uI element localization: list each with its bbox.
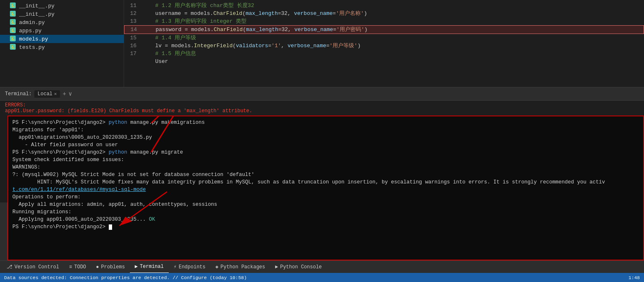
terminal-local-tab[interactable]: Local ✕ (34, 90, 60, 98)
status-bar: Data sources detected: Connection proper… (0, 273, 644, 282)
tab-label: Python Console (280, 264, 322, 270)
terminal-line: Operations to perform: (12, 193, 639, 201)
tab-label: Endpoints (179, 264, 206, 270)
line-number (124, 58, 141, 65)
code-line: 17 # 1.5 用户信息 (124, 50, 644, 58)
error-title: ERRORS: (5, 102, 639, 108)
terminal-line: System check identified some issues: (12, 156, 639, 164)
sidebar-file-item[interactable]: 🐍__init__.py (0, 2, 124, 10)
terminal-header: Terminal: Local ✕ + ∨ (0, 87, 644, 100)
tab-label: Python Packages (220, 264, 265, 270)
python-file-icon: 🐍 (10, 2, 17, 9)
terminal-tab-name: Local (38, 91, 53, 97)
line-number: 16 (124, 42, 141, 50)
code-line: 12 username = models.CharField(max_lengt… (124, 10, 644, 17)
line-content: # 1.4 用户等级 (141, 34, 644, 42)
bottom-tab-problems[interactable]: ●Problems (91, 261, 130, 273)
tab-label: Terminal (140, 264, 164, 270)
error-area: ERRORS: app01.User.password: (fields.E12… (0, 100, 644, 116)
terminal-line: Applying app01.0005_auto_20220303_1235..… (12, 216, 639, 223)
line-content: username = models.CharField(max_length=3… (141, 10, 644, 17)
sidebar-file-item[interactable]: 🐍tests.py (0, 43, 124, 51)
terminal-line: HINT: MySQL's Strict Mode fixes many dat… (12, 178, 639, 186)
line-content: password = models.CharField(max_length=3… (141, 26, 644, 34)
terminal-lines: PS F:\synchro\Project\django2> python ma… (12, 119, 639, 231)
terminal-line: PS F:\synchro\Project\django2> python ma… (12, 119, 639, 126)
terminal-output[interactable]: PS F:\synchro\Project\django2> python ma… (7, 116, 644, 260)
tab-label: TODO (74, 264, 86, 270)
main-container: 🐍__init__.py🐍__init__.py🐍admin.py🐍apps.p… (0, 0, 644, 282)
terminal-line: PS F:\synchro\Project\django2> python ma… (12, 149, 639, 156)
bottom-tab-python-packages[interactable]: ◈Python Packages (211, 261, 270, 273)
code-line: 13 # 1.3 用户密码字段 integer 类型 (124, 17, 644, 25)
line-number: 12 (124, 10, 141, 17)
terminal-line: PS F:\synchro\Project\django2> (12, 223, 639, 231)
line-content: lv = models.IntegerField(validators='1',… (141, 42, 644, 50)
top-area: 🐍__init__.py🐍__init__.py🐍admin.py🐍apps.p… (0, 0, 644, 87)
tab-icon: ► (275, 264, 278, 270)
bottom-tab-todo[interactable]: ≡TODO (64, 261, 91, 273)
structure-sidebar: Structure (0, 202, 7, 260)
bottom-tab-python-console[interactable]: ►Python Console (270, 261, 327, 273)
line-content: # 1.3 用户密码字段 integer 类型 (141, 17, 644, 25)
bottom-tab-version-control[interactable]: ⎇Version Control (2, 261, 64, 273)
tab-label: Problems (101, 264, 125, 270)
new-terminal-button[interactable]: + (62, 91, 66, 97)
terminal-line: Apply all migrations: admin, app01, auth… (12, 201, 639, 208)
line-number: 11 (124, 2, 141, 10)
close-icon[interactable]: ✕ (54, 91, 57, 96)
error-line: app01.User.password: (fields.E120) CharF… (5, 108, 639, 114)
tab-icon: ● (96, 264, 99, 270)
tab-icon: ▶ (135, 263, 138, 270)
status-left: Data sources detected: Connection proper… (4, 275, 247, 280)
tab-icon: ◈ (215, 264, 218, 270)
terminal-line: WARNINGS: (12, 164, 639, 171)
file-sidebar: 🐍__init__.py🐍__init__.py🐍admin.py🐍apps.p… (0, 0, 124, 87)
terminal-line: Running migrations: (12, 208, 639, 216)
terminal-label: Terminal: (5, 91, 32, 97)
chevron-down-icon[interactable]: ∨ (69, 90, 72, 97)
code-line: User (124, 58, 644, 65)
python-file-icon: 🐍 (10, 44, 17, 51)
tab-label: Version Control (14, 264, 59, 270)
terminal-line: ?: (mysql.W002) MySQL Strict Mode is not… (12, 171, 639, 178)
line-content: User (141, 58, 644, 65)
line-number: 15 (124, 34, 141, 42)
code-line: 15 # 1.4 用户等级 (124, 34, 644, 42)
line-number: 14 (124, 26, 141, 34)
terminal-line: t.com/en/1.11/ref/databases/#mysql-sql-m… (12, 186, 639, 193)
bottom-tab-endpoints[interactable]: ⚡Endpoints (169, 261, 211, 273)
bottom-tab-terminal[interactable]: ▶Terminal (130, 261, 169, 273)
sidebar-file-item[interactable]: 🐍__init__.py (0, 10, 124, 18)
python-file-icon: 🐍 (10, 27, 17, 34)
code-line: 14 password = models.CharField(max_lengt… (124, 25, 644, 34)
python-file-icon: 🐍 (10, 36, 17, 42)
bottom-tabbar: ⎇Version Control≡TODO●Problems▶Terminal⚡… (0, 260, 644, 273)
line-content: # 1.2 用户名称字段 char类型 长度32 (141, 2, 644, 10)
sidebar-file-item[interactable]: 🐍admin.py (0, 18, 124, 27)
editor-area: 11 # 1.2 用户名称字段 char类型 长度3212 username =… (124, 0, 644, 87)
line-content: # 1.5 用户信息 (141, 50, 644, 58)
terminal-line: - Alter field password on user (12, 141, 639, 149)
tab-icon: ⚡ (174, 264, 177, 270)
sidebar-file-item[interactable]: 🐍apps.py (0, 27, 124, 35)
tab-icon: ≡ (69, 264, 72, 270)
terminal-line: Migrations for 'app01': (12, 126, 639, 134)
tab-icon: ⎇ (7, 264, 12, 270)
sidebar-file-item[interactable]: 🐍models.py (0, 35, 124, 43)
code-line: 11 # 1.2 用户名称字段 char类型 长度32 (124, 2, 644, 10)
terminal-cursor (109, 224, 112, 230)
terminal-line: app01\migrations\0005_auto_20220303_1235… (12, 134, 639, 141)
code-line: 16 lv = models.IntegerField(validators='… (124, 42, 644, 50)
line-number: 13 (124, 17, 141, 25)
line-number: 17 (124, 50, 141, 58)
python-file-icon: 🐍 (10, 19, 17, 26)
status-right: 1:48 (628, 275, 640, 280)
python-file-icon: 🐍 (10, 11, 17, 17)
